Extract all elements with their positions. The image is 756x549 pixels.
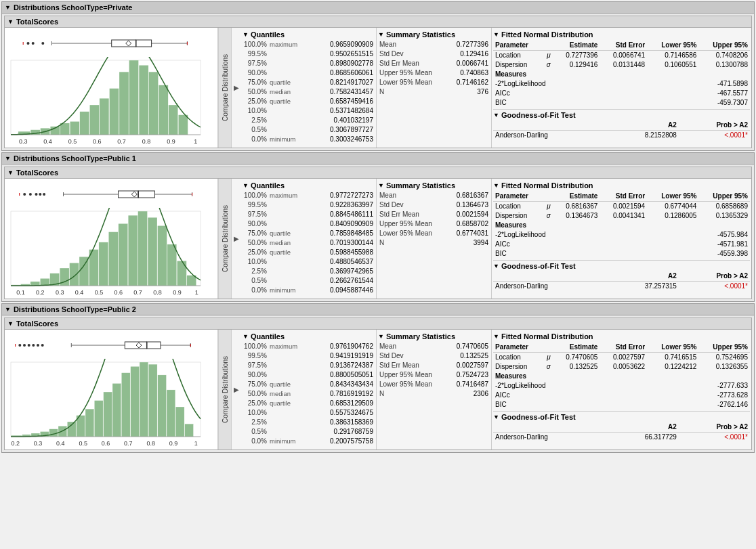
fitted-measure-row-1-0: -2*LogLikelihood -4575.984: [493, 230, 750, 240]
quantile-pct-1-2: 97.5%: [243, 210, 268, 219]
inner-collapse-icon-0[interactable]: ▼: [7, 18, 14, 25]
quantile-label-0-7: [268, 106, 301, 116]
outer-collapse-icon-0[interactable]: ▼: [5, 4, 11, 11]
gof-col-prob-0: Prob > A2: [679, 120, 750, 131]
summary-label-2-0: Mean: [378, 342, 446, 351]
fitted-param-greek-0-0: μ: [542, 51, 553, 61]
quantile-row-2-6: 25.0% quartile 0.6853129509: [243, 399, 375, 408]
gof-col-a2-2: A2: [606, 422, 678, 433]
gof-row-1-0: Anderson-Darling 37.257315 <.0001*: [493, 282, 750, 292]
summary-label-0-1: Std Dev: [378, 49, 446, 59]
svg-text:0.6: 0.6: [93, 138, 102, 145]
outer-section-2: ▼ Distributions SchoolType=Public 2 ▼ To…: [1, 303, 755, 453]
compare-label-2: Compare Distributions: [222, 356, 229, 423]
quantiles-collapse-2[interactable]: ▼: [243, 333, 249, 340]
svg-rect-117: [112, 383, 121, 437]
quantile-label-0-10: minimum: [268, 135, 301, 144]
quantile-row-1-7: 10.0% 0.4880546537: [243, 257, 375, 267]
summary-row-2-1: Std Dev 0.132525: [378, 351, 490, 361]
svg-text:0.3: 0.3: [19, 138, 28, 145]
fitted-param-lo-1-1: 0.1286005: [647, 211, 698, 221]
svg-rect-67: [99, 242, 108, 286]
fitted-param-se-1-1: 0.0041341: [600, 211, 647, 221]
outer-header-2: ▼ Distributions SchoolType=Public 2: [2, 304, 754, 315]
fitted-title-2: Fitted Normal Distribution: [501, 332, 593, 341]
quantile-row-2-10: 0.0% minimum 0.2007575758: [243, 437, 375, 446]
summary-table-1: Mean 0.6816367 Std Dev 0.1364673 Std Err…: [378, 191, 490, 248]
compare-distributions-0[interactable]: Compare Distributions: [218, 28, 232, 148]
inner-collapse-icon-2[interactable]: ▼: [7, 320, 14, 327]
quantile-label-1-9: [268, 276, 301, 286]
summary-collapse-1[interactable]: ▼: [378, 182, 384, 189]
quantile-pct-2-7: 10.0%: [243, 408, 268, 418]
quantile-label-1-4: quartile: [268, 229, 301, 238]
quantile-val-0-1: 0.9502651515: [301, 49, 375, 59]
svg-point-1: [27, 42, 30, 45]
quantiles-collapse-1[interactable]: ▼: [243, 182, 249, 189]
svg-rect-26: [129, 60, 139, 135]
quantile-label-0-3: [268, 68, 301, 78]
outer-collapse-icon-1[interactable]: ▼: [5, 155, 11, 162]
gof-row-label-2-0: Anderson-Darling: [493, 433, 606, 443]
quantile-pct-2-8: 2.5%: [243, 418, 268, 427]
summary-collapse-2[interactable]: ▼: [378, 333, 384, 340]
summary-section-1: ▼ Summary Statistics Mean 0.6816367 Std …: [377, 179, 492, 299]
quantile-val-0-6: 0.6587459416: [301, 97, 375, 106]
inner-collapse-icon-1[interactable]: ▼: [7, 169, 14, 176]
svg-rect-74: [167, 244, 177, 286]
quantile-pct-1-5: 50.0%: [243, 238, 268, 248]
fitted-collapse-1[interactable]: ▼: [493, 182, 499, 189]
svg-rect-114: [85, 409, 94, 437]
quantile-pct-1-10: 0.0%: [243, 286, 268, 295]
quantile-val-1-0: 0.9772727273: [301, 191, 375, 200]
fitted-col-estimate-0: Estimate: [553, 40, 600, 51]
summary-title-0: Summary Statistics: [386, 30, 455, 39]
quantile-label-1-2: [268, 210, 301, 219]
svg-point-2: [32, 42, 35, 45]
svg-text:0.5: 0.5: [68, 138, 77, 145]
summary-row-0-0: Mean 0.7277396: [378, 40, 490, 49]
quantile-val-2-10: 0.2007575758: [301, 437, 375, 446]
gof-col-header-2: A2 Prob > A2: [493, 422, 750, 433]
compare-label-1: Compare Distributions: [222, 205, 229, 272]
gof-col-prob-2: Prob > A2: [679, 422, 750, 433]
summary-row-1-0: Mean 0.6816367: [378, 191, 490, 200]
summary-table-0: Mean 0.7277396 Std Dev 0.129416 Std Err …: [378, 40, 490, 97]
gof-collapse-0[interactable]: ▼: [493, 112, 499, 118]
quantile-pct-0-9: 0.5%: [243, 125, 268, 135]
gof-collapse-2[interactable]: ▼: [493, 414, 499, 420]
fitted-collapse-0[interactable]: ▼: [493, 31, 499, 38]
summary-collapse-0[interactable]: ▼: [378, 31, 384, 38]
quantile-pct-2-9: 0.5%: [243, 427, 268, 437]
histogram-area-2: 0.20.30.40.50.60.70.80.91: [5, 330, 218, 449]
svg-rect-27: [139, 65, 148, 135]
fitted-measure-row-1-2: BIC -4559.398: [493, 249, 750, 259]
svg-rect-64: [70, 263, 79, 286]
gof-collapse-1[interactable]: ▼: [493, 263, 499, 269]
gof-row-a2-2-0: 66.317729: [606, 433, 678, 443]
histogram-1: 0.10.20.30.40.50.60.70.80.91: [7, 208, 215, 296]
quantiles-collapse-0[interactable]: ▼: [243, 31, 249, 38]
expand-quantiles-2[interactable]: ▶: [232, 330, 241, 449]
summary-row-2-5: N 2306: [378, 389, 490, 399]
inner-title-2: TotalScores: [16, 320, 58, 328]
quantiles-header-1: ▼ Quantiles: [243, 180, 375, 191]
fitted-measures-header-row-0: Measures: [493, 70, 750, 79]
inner-header-2: ▼ TotalScores: [5, 318, 751, 330]
fitted-param-hi-0-1: 0.1300788: [698, 60, 750, 70]
expand-quantiles-0[interactable]: ▶: [232, 28, 241, 148]
svg-rect-69: [119, 223, 128, 286]
quantile-row-2-8: 2.5% 0.3863158369: [243, 418, 375, 427]
compare-distributions-2[interactable]: Compare Distributions: [218, 330, 232, 449]
fitted-measures-label-0: Measures: [493, 70, 750, 79]
outer-collapse-icon-2[interactable]: ▼: [5, 306, 11, 313]
compare-distributions-1[interactable]: Compare Distributions: [218, 179, 232, 299]
quantile-row-1-5: 50.0% median 0.7019300144: [243, 238, 375, 248]
boxplot-1: [7, 183, 215, 206]
svg-text:1: 1: [194, 138, 197, 145]
summary-row-2-3: Upper 95% Mean 0.7524723: [378, 370, 490, 380]
fitted-collapse-2[interactable]: ▼: [493, 333, 499, 340]
svg-rect-25: [119, 72, 129, 135]
quantile-pct-0-8: 2.5%: [243, 116, 268, 125]
expand-quantiles-1[interactable]: ▶: [232, 179, 241, 299]
